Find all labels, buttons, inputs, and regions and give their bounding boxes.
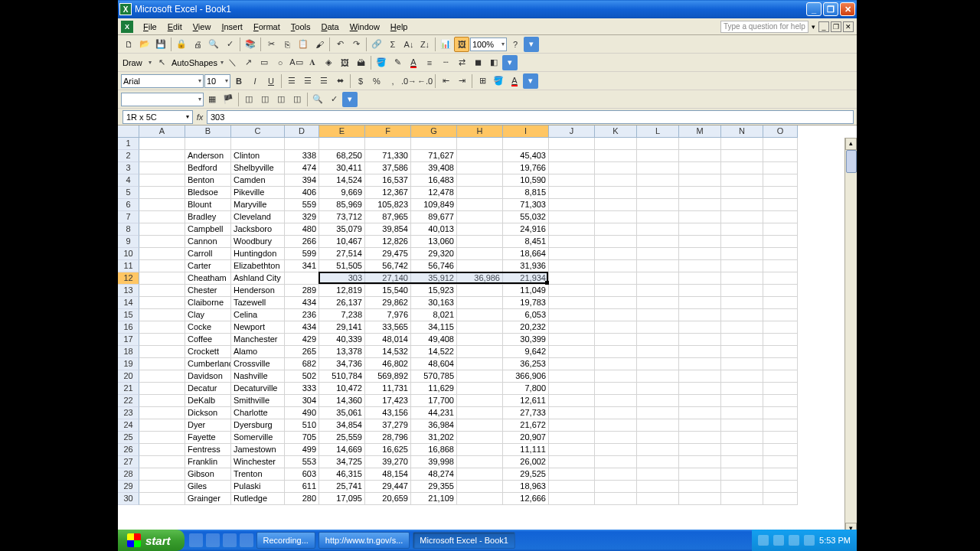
cell[interactable]: Franklin [185,456,231,468]
font-size-combo[interactable]: 10▾ [204,74,230,88]
cell[interactable]: 406 [285,187,319,199]
workbook-minimize-button[interactable]: _ [818,21,829,32]
cell[interactable]: Jacksboro [231,223,285,236]
research-icon[interactable]: 📚 [243,37,258,52]
arrow-icon[interactable]: ↗ [240,55,256,70]
cell[interactable] [721,199,763,211]
cell[interactable] [679,346,721,358]
cell[interactable]: 46,802 [365,358,411,370]
column-header-I[interactable]: I [503,126,549,138]
cell[interactable]: 29,447 [365,481,411,493]
cell[interactable] [637,248,679,260]
workbook-restore-button[interactable]: ❐ [831,21,841,32]
help-search-input[interactable]: Type a question for help [720,21,808,33]
comma-icon[interactable]: , [385,73,400,89]
cell[interactable] [679,370,721,383]
cell[interactable] [721,493,763,505]
cell[interactable] [139,236,185,248]
cell[interactable] [679,456,721,468]
cell[interactable]: Crossville [231,358,285,370]
cell[interactable]: 20,232 [503,321,549,334]
cell[interactable] [679,407,721,419]
borders-icon[interactable]: ⊞ [475,73,490,89]
cell[interactable]: 705 [285,432,319,444]
cell[interactable]: Clinton [231,150,285,162]
cell[interactable] [457,444,503,456]
cell[interactable] [637,297,679,309]
percent-icon[interactable]: % [369,73,384,89]
cell[interactable]: 17,095 [319,493,365,505]
cell[interactable]: 29,862 [365,297,411,309]
row-header[interactable]: 13 [118,285,139,297]
cell[interactable] [679,174,721,187]
cell[interactable] [637,187,679,199]
cell[interactable]: Cumberland [185,358,231,370]
row-header[interactable]: 9 [118,236,139,248]
cell[interactable]: Blount [185,199,231,211]
row-header[interactable]: 23 [118,407,139,419]
cell[interactable] [139,187,185,199]
cell[interactable]: 9,642 [503,346,549,358]
cell[interactable] [763,138,798,150]
cell[interactable] [595,272,637,285]
cell[interactable]: Chester [185,285,231,297]
cell[interactable] [139,199,185,211]
cell[interactable] [139,481,185,493]
extra-combo[interactable]: ▾ [121,93,204,106]
cell[interactable]: Elizabethton [231,260,285,272]
cell[interactable]: 394 [285,174,319,187]
cell[interactable]: 56,746 [411,260,457,272]
cell[interactable] [457,334,503,346]
cell[interactable] [549,358,595,370]
cell[interactable] [679,395,721,407]
column-header-D[interactable]: D [285,126,319,138]
cell[interactable]: Charlotte [231,407,285,419]
cell[interactable] [457,309,503,321]
cell[interactable]: 559 [285,199,319,211]
cell[interactable] [763,187,798,199]
cell[interactable] [679,248,721,260]
cell[interactable]: Pikeville [231,187,285,199]
cell[interactable] [595,174,637,187]
cell[interactable] [721,358,763,370]
cell[interactable]: 45,403 [503,150,549,162]
cell[interactable]: Campbell [185,223,231,236]
cell[interactable]: 29,320 [411,248,457,260]
cell[interactable]: 10,467 [319,236,365,248]
cell[interactable] [549,138,595,150]
vertical-scrollbar[interactable]: ▴ ▾ [844,138,857,535]
cell[interactable]: 333 [285,383,319,395]
cell[interactable]: 6,053 [503,309,549,321]
cell[interactable] [763,321,798,334]
cell[interactable]: 18,664 [503,248,549,260]
sort-desc-icon[interactable]: Z↓ [417,37,433,52]
cell[interactable] [763,493,798,505]
row-header[interactable]: 6 [118,199,139,211]
cell[interactable]: 12,666 [503,493,549,505]
cell[interactable] [637,468,679,481]
cell[interactable]: 682 [285,358,319,370]
cell[interactable]: 14,532 [365,346,411,358]
cell[interactable] [721,272,763,285]
cell[interactable]: 43,156 [365,407,411,419]
cell[interactable]: Cocke [185,321,231,334]
cell[interactable]: 35,061 [319,407,365,419]
cell[interactable] [763,395,798,407]
cell[interactable]: 39,408 [411,162,457,174]
increase-indent-icon[interactable]: ⇥ [454,73,469,89]
cell[interactable] [139,419,185,432]
cell[interactable]: 24,916 [503,223,549,236]
cell[interactable] [139,150,185,162]
cell[interactable]: 8,451 [503,236,549,248]
cell[interactable] [185,138,231,150]
name-box[interactable]: 1R x 5C▾ [122,110,193,124]
tb-icon-4[interactable]: ◫ [257,92,273,107]
cell[interactable] [679,285,721,297]
cell[interactable] [637,346,679,358]
cell[interactable]: 303 [319,272,365,285]
cell[interactable] [763,358,798,370]
cell[interactable] [549,162,595,174]
cell[interactable] [549,456,595,468]
cell[interactable]: 434 [285,297,319,309]
cell[interactable] [637,444,679,456]
